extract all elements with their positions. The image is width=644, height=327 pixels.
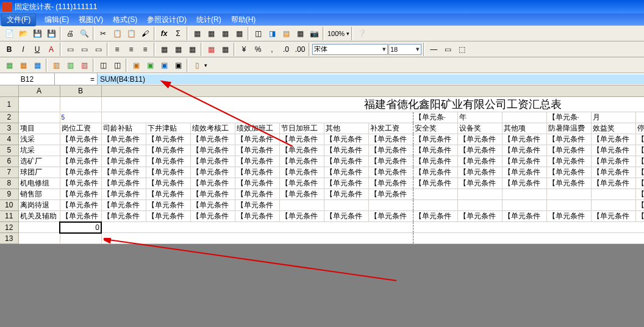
cell[interactable]	[591, 189, 635, 199]
select-icon[interactable]: ⬚	[455, 43, 468, 56]
cell[interactable]	[502, 199, 546, 210]
cell[interactable]: 绩效加班工	[235, 123, 279, 134]
ex11-icon[interactable]: ▣	[157, 59, 171, 72]
decdec-icon[interactable]: .00	[293, 43, 307, 56]
cell[interactable]: 销售部	[18, 189, 60, 199]
cell[interactable]: 停	[635, 123, 644, 134]
sheet-area[interactable]: A B 1 福建省德化鑫阳矿业有限公司工资汇总表 2 5 【单元条· 年 【单元…	[0, 85, 644, 244]
cell[interactable]: 【单元条件	[413, 156, 457, 167]
cell[interactable]: 【单元条件	[324, 167, 368, 178]
cell[interactable]: 【单元条件	[146, 167, 190, 178]
row-header[interactable]: 3	[0, 123, 18, 134]
ex5-icon[interactable]: ▥	[63, 59, 77, 72]
size-combo[interactable]: 18▾	[388, 44, 421, 55]
cell[interactable]: 【单元条件	[60, 145, 101, 156]
cell[interactable]: 【单元条件	[190, 167, 235, 178]
cell[interactable]: 【单元条件	[190, 178, 235, 189]
cell[interactable]: 【单元条件	[101, 167, 146, 178]
cell[interactable]: 【单元条件	[502, 167, 546, 178]
cell[interactable]: 【单元条件	[368, 178, 413, 189]
cell[interactable]: 【单元条件	[591, 134, 635, 145]
cell[interactable]: 【单元条件	[591, 178, 635, 189]
row-header[interactable]: 7	[0, 167, 18, 178]
cell[interactable]: 【单元条件	[190, 134, 235, 145]
cell[interactable]: 【单元条件	[324, 210, 368, 222]
cell[interactable]: 【单元条件	[502, 134, 546, 145]
cell[interactable]: 球团厂	[18, 167, 60, 178]
ex10-icon[interactable]: ▣	[143, 59, 157, 72]
cell[interactable]: 【单元条件	[368, 210, 413, 222]
line-icon[interactable]: —	[427, 43, 440, 56]
new-icon[interactable]: 📄	[2, 27, 16, 40]
menu-view[interactable]: 视图(V)	[79, 15, 103, 25]
sum-icon[interactable]: Σ	[171, 27, 185, 40]
menu-refdesign[interactable]: 参照设计(D)	[147, 15, 187, 25]
row-header[interactable]: 5	[0, 145, 18, 156]
cell-b2[interactable]: 5	[60, 112, 101, 123]
cell[interactable]: 【单元条件	[279, 167, 324, 178]
cell[interactable]: 【单元条件	[413, 134, 457, 145]
chart2-icon[interactable]: ▤	[279, 27, 293, 40]
cell[interactable]: 【单元条件	[146, 178, 190, 189]
row-header[interactable]: 1	[0, 96, 18, 112]
cell[interactable]: 【单元条件	[101, 156, 146, 167]
cell[interactable]: 【单元条件	[101, 189, 146, 199]
ex6-icon[interactable]: ▥	[77, 59, 91, 72]
cell[interactable]: 【单元条件	[546, 145, 591, 156]
cell[interactable]: 浅采	[18, 134, 60, 145]
cell[interactable]	[502, 189, 546, 199]
ex8-icon[interactable]: ◫	[110, 59, 124, 72]
cell[interactable]: 【单元条件	[413, 167, 457, 178]
cell[interactable]: 【单元条件	[635, 134, 644, 145]
paste-icon[interactable]: 📋	[124, 27, 138, 40]
cell[interactable]: 【单元条件	[546, 210, 591, 222]
ex1-icon[interactable]: ▦	[2, 59, 16, 72]
cell[interactable]: 【单元条件	[235, 167, 279, 178]
cell[interactable]: 【单元条件	[591, 167, 635, 178]
cell[interactable]: 【单元条件	[279, 156, 324, 167]
cell[interactable]	[324, 199, 368, 210]
chart3-icon[interactable]: ▦	[293, 27, 307, 40]
grid2-icon[interactable]: ▦	[204, 27, 218, 40]
align-center-icon[interactable]: ≡	[124, 43, 138, 56]
saveas-icon[interactable]: 💾	[45, 27, 58, 40]
cell[interactable]: 【单元条·	[413, 112, 457, 123]
cell[interactable]: 【单元条件	[324, 178, 368, 189]
fontcolor-icon[interactable]: A	[45, 43, 58, 56]
cell[interactable]: 绩效考核工	[190, 123, 235, 134]
font-combo[interactable]: 宋体▾	[312, 44, 388, 55]
cell[interactable]: 【单元条件	[101, 145, 146, 156]
row-header[interactable]: 6	[0, 156, 18, 167]
cell[interactable]: 【单元条件	[635, 178, 644, 189]
cell[interactable]: 【单元条件	[457, 178, 502, 189]
name-box[interactable]: B12	[0, 73, 55, 85]
bg3-icon[interactable]: ▭	[91, 43, 105, 56]
cell[interactable]	[546, 199, 591, 210]
cell[interactable]: 【单元条件	[324, 134, 368, 145]
cell[interactable]: 效益奖	[591, 123, 635, 134]
cell[interactable]: 【单元条件	[635, 199, 644, 210]
comma-icon[interactable]: ,	[265, 43, 279, 56]
cell[interactable]	[279, 199, 324, 210]
cell[interactable]: 【单元条件	[235, 134, 279, 145]
cell[interactable]: 其他	[324, 123, 368, 134]
zoom-combo[interactable]: 100%	[326, 29, 346, 38]
cell[interactable]	[368, 199, 413, 210]
cell[interactable]: 【单元条件	[635, 145, 644, 156]
cell[interactable]: 【单元条件	[457, 210, 502, 222]
cell[interactable]: 【单元条件	[591, 210, 635, 222]
copy-icon[interactable]: 📋	[110, 27, 124, 40]
cell[interactable]: 【单元条件	[546, 134, 591, 145]
cell[interactable]: 【单元条件	[457, 134, 502, 145]
cell[interactable]: 【单元条件	[279, 178, 324, 189]
align-left-icon[interactable]: ≡	[110, 43, 124, 56]
active-cell[interactable]: 0	[60, 222, 101, 233]
cell[interactable]: 【单元条件	[635, 210, 644, 222]
cell[interactable]: 【单元条件	[146, 189, 190, 199]
row-header[interactable]: 12	[0, 222, 18, 233]
cell[interactable]: 【单元条件	[146, 156, 190, 167]
cell[interactable]: 【单元条件	[457, 167, 502, 178]
cell[interactable]: 【单元条件	[502, 145, 546, 156]
cell[interactable]: 【单元条件	[235, 189, 279, 199]
chart-icon[interactable]: ◨	[265, 27, 279, 40]
